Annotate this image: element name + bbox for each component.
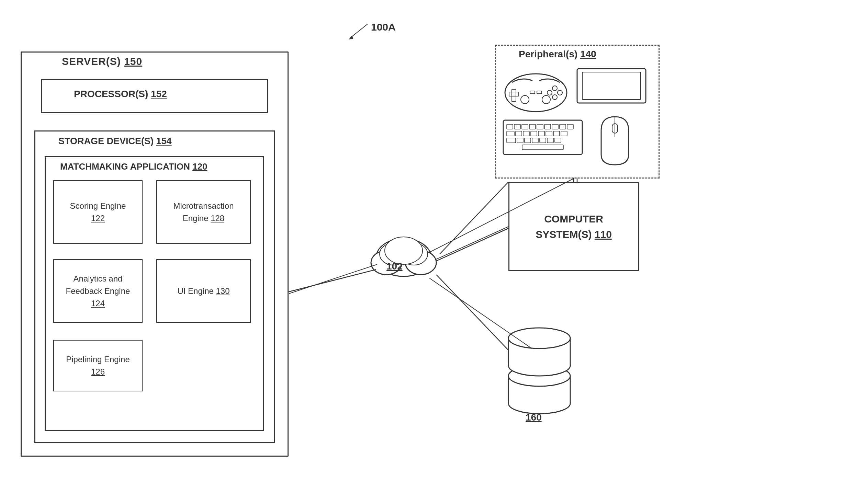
- svg-line-63: [436, 275, 508, 350]
- svg-rect-3: [512, 89, 516, 102]
- svg-rect-20: [537, 124, 543, 129]
- computer-system-box: COMPUTERSYSTEM(S) 110: [508, 182, 639, 271]
- server-label: SERVER(S) 150: [62, 56, 142, 67]
- processor-label: PROCESSOR(S) 152: [74, 89, 167, 100]
- pipelining-engine-label: Pipelining Engine126: [66, 353, 130, 378]
- mouse-icon: [594, 113, 636, 168]
- svg-rect-9: [530, 91, 535, 94]
- svg-rect-39: [555, 138, 561, 143]
- svg-rect-34: [517, 138, 523, 143]
- computer-system-label: COMPUTERSYSTEM(S) 110: [536, 211, 612, 242]
- svg-point-5: [552, 86, 557, 91]
- svg-rect-27: [523, 131, 529, 136]
- network-label: 102: [386, 261, 403, 272]
- gamepad-icon: [502, 67, 570, 115]
- svg-rect-28: [531, 131, 537, 136]
- svg-rect-21: [544, 124, 551, 129]
- monitor-icon: [574, 67, 649, 108]
- svg-rect-17: [514, 124, 520, 129]
- storage-label: STORAGE DEVICE(S) 154: [58, 136, 172, 147]
- analytics-engine-label: Analytics andFeedback Engine124: [66, 273, 130, 310]
- microtransaction-engine-label: MicrotransactionEngine 128: [173, 200, 234, 225]
- microtransaction-engine-box: MicrotransactionEngine 128: [156, 180, 251, 244]
- svg-rect-16: [507, 124, 513, 129]
- svg-rect-13: [577, 69, 646, 103]
- reference-label: 100A: [371, 21, 396, 33]
- svg-point-6: [558, 90, 562, 95]
- pipelining-engine-box: Pipelining Engine126: [53, 340, 143, 391]
- svg-rect-19: [529, 124, 536, 129]
- scoring-engine-label: Scoring Engine122: [70, 200, 126, 225]
- ui-engine-box: UI Engine 130: [156, 259, 251, 323]
- svg-line-0: [350, 24, 368, 38]
- peripheral-label: Peripheral(s) 140: [519, 49, 596, 60]
- svg-rect-18: [522, 124, 528, 129]
- cloud-network-icon: [361, 227, 447, 302]
- svg-point-12: [542, 95, 550, 104]
- svg-line-60: [436, 228, 508, 261]
- svg-rect-32: [561, 131, 567, 136]
- svg-point-7: [552, 95, 557, 100]
- svg-point-11: [521, 95, 529, 104]
- svg-rect-25: [507, 131, 514, 136]
- svg-rect-4: [509, 92, 519, 96]
- svg-point-48: [385, 237, 423, 264]
- svg-rect-38: [547, 138, 553, 143]
- database-label: 160: [526, 412, 542, 423]
- svg-rect-15: [503, 120, 582, 154]
- svg-rect-10: [537, 91, 542, 94]
- keyboard-icon: [502, 117, 584, 158]
- svg-rect-37: [540, 138, 546, 143]
- svg-point-8: [547, 90, 552, 95]
- svg-line-67: [436, 227, 508, 259]
- svg-rect-26: [516, 131, 522, 136]
- svg-rect-22: [552, 124, 558, 129]
- server-ref: 150: [124, 56, 142, 67]
- svg-rect-14: [582, 72, 641, 100]
- matchmaking-label: MATCHMAKING APPLICATION 120: [60, 161, 207, 172]
- svg-rect-35: [525, 138, 531, 143]
- svg-rect-30: [546, 131, 552, 136]
- svg-rect-23: [560, 124, 566, 129]
- ref-arrow: [340, 19, 374, 46]
- svg-rect-31: [553, 131, 560, 136]
- scoring-engine-box: Scoring Engine122: [53, 180, 143, 244]
- svg-rect-29: [538, 131, 544, 136]
- database-icon: [498, 309, 581, 419]
- svg-rect-36: [532, 138, 538, 143]
- analytics-engine-box: Analytics andFeedback Engine124: [53, 259, 143, 323]
- svg-point-58: [508, 328, 570, 348]
- svg-rect-33: [507, 138, 516, 143]
- ui-engine-label: UI Engine 130: [177, 285, 229, 297]
- svg-rect-24: [567, 124, 573, 129]
- diagram-container: 100A SERVER(S) 150 PROCESSOR(S) 152 STOR…: [0, 0, 843, 504]
- svg-line-61: [440, 182, 508, 254]
- svg-rect-40: [522, 145, 563, 150]
